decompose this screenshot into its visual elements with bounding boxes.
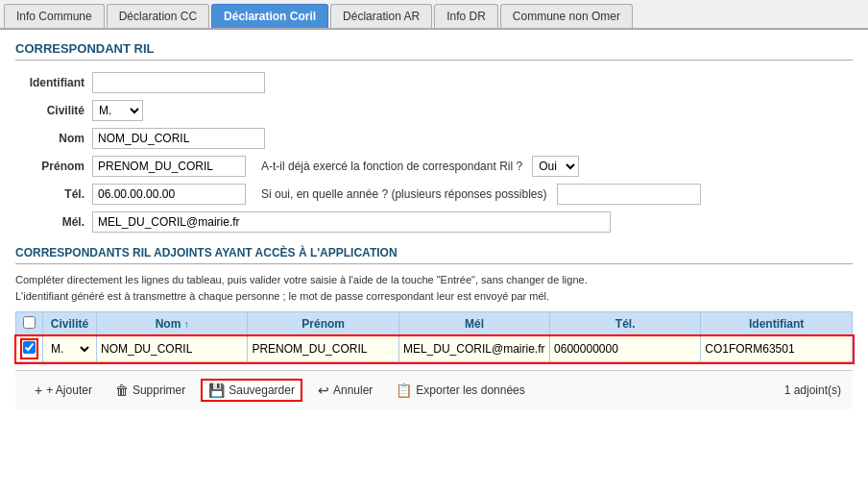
ril-select[interactable]: Oui Non: [532, 156, 579, 177]
row-checkbox-cell: [16, 336, 43, 362]
tel-label: Tél.: [15, 187, 92, 201]
footer-bar: + + Ajouter 🗑 Supprimer 💾 Sauvegarder ↩ …: [15, 370, 853, 409]
main-content: Correspondant RIL Identifiant Civilité M…: [0, 30, 868, 421]
col-checkbox: [16, 312, 43, 336]
tab-declaration-cc[interactable]: Déclaration CC: [107, 4, 209, 28]
tab-info-commune[interactable]: Info Commune: [4, 4, 105, 28]
identifiant-group: Identifiant: [15, 72, 853, 93]
mel-input[interactable]: [92, 211, 611, 233]
section2-title: Correspondants RIL adjoints ayant accès …: [15, 246, 853, 264]
year-input[interactable]: [557, 184, 701, 205]
ril-question-label: A-t-il déjà exercé la fonction de corres…: [261, 160, 522, 173]
row-tel: [550, 336, 701, 362]
cancel-icon: ↩: [318, 383, 329, 398]
col-identifiant: Identifiant: [701, 312, 853, 336]
delete-icon: 🗑: [115, 383, 129, 398]
tab-commune-non-omer[interactable]: Commune non Omer: [500, 4, 633, 28]
adjoint-count: 1 adjoint(s): [784, 383, 841, 397]
save-button[interactable]: 💾 Sauvegarder: [201, 379, 302, 402]
adjoint-table: Civilité Nom ↑ Prénom Mél Tél. Identifia…: [15, 311, 853, 362]
section1-title: Correspondant RIL: [15, 41, 853, 61]
row-identifiant: [701, 336, 853, 362]
cancel-button[interactable]: ↩ Annuler: [310, 380, 380, 401]
prenom-input[interactable]: [92, 156, 246, 177]
export-icon: 📋: [396, 383, 412, 398]
prenom-group: Prénom A-t-il déjà exercé la fonction de…: [15, 156, 853, 177]
tab-declaration-ar[interactable]: Déclaration AR: [330, 4, 432, 28]
nom-label: Nom: [15, 132, 92, 145]
row-civilite: M.MmeMlle: [43, 336, 97, 362]
table-row: M.MmeMlle: [16, 336, 853, 362]
tel-group: Tél. Si oui, en quelle année ? (plusieur…: [15, 184, 853, 205]
export-button[interactable]: 📋 Exporter les données: [388, 380, 532, 401]
prenom-label: Prénom: [15, 160, 92, 173]
mel-group: Mél.: [15, 211, 853, 233]
civilite-label: Civilité: [15, 104, 92, 117]
col-prenom: Prénom: [248, 312, 399, 336]
col-tel: Tél.: [550, 312, 701, 336]
row-checkbox[interactable]: [23, 341, 36, 354]
instruction1: Compléter directement les lignes du tabl…: [15, 272, 853, 304]
table-header-row: Civilité Nom ↑ Prénom Mél Tél. Identifia…: [16, 312, 853, 336]
identifiant-input[interactable]: [92, 72, 265, 93]
delete-button[interactable]: 🗑 Supprimer: [108, 380, 193, 401]
col-nom: Nom ↑: [97, 312, 248, 336]
civilite-select[interactable]: M. Mme Mlle: [92, 100, 143, 121]
col-civilite: Civilité: [43, 312, 97, 336]
row-prenom: [248, 336, 399, 362]
tab-info-dr[interactable]: Info DR: [434, 4, 498, 28]
tab-declaration-coril[interactable]: Déclaration Coril: [211, 4, 328, 28]
civilite-group: Civilité M. Mme Mlle: [15, 100, 853, 121]
nom-input[interactable]: [92, 128, 265, 149]
row-mel: [398, 336, 549, 362]
row-nom: [97, 336, 248, 362]
tel-input[interactable]: [92, 184, 246, 205]
identifiant-label: Identifiant: [15, 76, 92, 89]
save-icon: 💾: [208, 383, 225, 398]
nom-group: Nom: [15, 128, 853, 149]
mel-label: Mél.: [15, 215, 92, 229]
nom-sort-icon[interactable]: ↑: [184, 319, 189, 330]
tab-bar: Info Commune Déclaration CC Déclaration …: [0, 0, 868, 30]
year-question-label: Si oui, en quelle année ? (plusieurs rép…: [261, 187, 547, 201]
col-mel: Mél: [398, 312, 549, 336]
add-icon: +: [35, 383, 42, 398]
add-button[interactable]: + + Ajouter: [27, 380, 100, 401]
select-all-checkbox[interactable]: [23, 316, 36, 329]
